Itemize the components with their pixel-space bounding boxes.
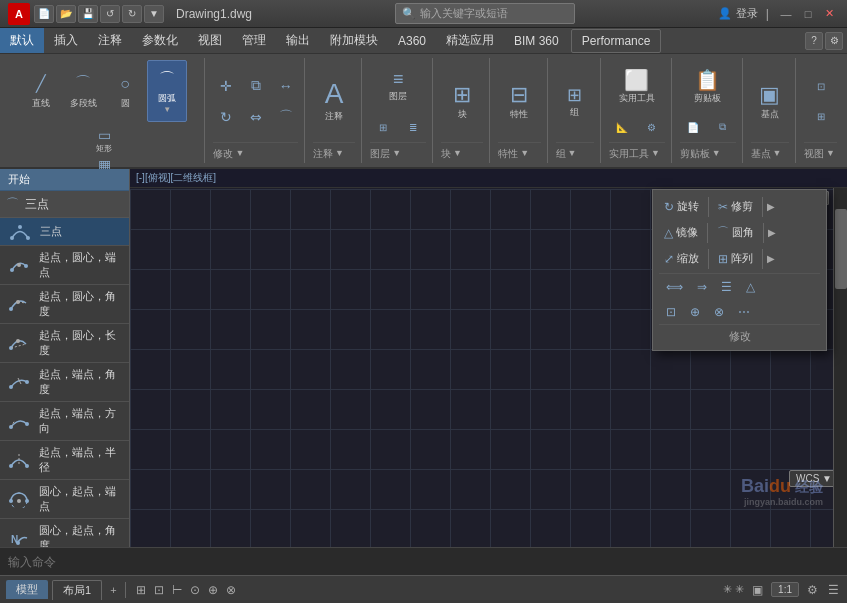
layer-list-tool[interactable]: ≣ <box>399 113 427 141</box>
more-icon[interactable]: ▼ <box>144 5 164 23</box>
move-btn[interactable]: ⇒ <box>692 277 712 297</box>
layer-prop-tool[interactable]: ⊞ <box>369 113 397 141</box>
arc-item-8[interactable]: N 圆心，起点，角度 <box>0 519 129 547</box>
save-file-icon[interactable]: 💾 <box>78 5 98 23</box>
arc-item-7[interactable]: 圆心，起点，端点 <box>0 480 129 519</box>
sidebar-start-header[interactable]: 开始 <box>0 169 129 191</box>
utilities-tool[interactable]: ⬜ 实用工具 <box>612 61 662 111</box>
break-btn[interactable]: ⊗ <box>709 302 729 322</box>
mirror-tool[interactable]: ⇔ <box>242 103 270 131</box>
arc-item-3[interactable]: 起点，圆心，长度 <box>0 324 129 363</box>
search-bar[interactable]: 🔍 输入关键字或短语 <box>395 3 575 24</box>
mirror-btn[interactable]: △ 镜像 <box>659 222 703 243</box>
array-btn[interactable]: ⊞ 阵列 <box>713 248 758 269</box>
statusbar-settings-icon[interactable]: ☰ <box>826 583 841 597</box>
workspace-icon[interactable]: ⚙ <box>805 583 820 597</box>
arc-item-0[interactable]: 三点 <box>0 218 129 246</box>
menu-manage[interactable]: 管理 <box>232 28 276 53</box>
ortho-icon[interactable]: ⊢ <box>170 583 184 597</box>
rotate-btn[interactable]: ↻ 旋转 <box>659 196 704 217</box>
layout-tab[interactable]: 布局1 <box>52 580 102 600</box>
calc-tool[interactable]: ⚙ <box>638 113 666 141</box>
scale-display[interactable]: 1:1 <box>771 582 799 597</box>
menu-annotate[interactable]: 注释 <box>88 28 132 53</box>
rotate-tool[interactable]: ↻ <box>212 103 240 131</box>
properties-tool[interactable]: ⊟ 特性 <box>497 71 541 131</box>
add-layout-icon[interactable]: + <box>110 584 116 596</box>
polar-icon[interactable]: ⊙ <box>188 583 202 597</box>
explode-btn[interactable]: ☰ <box>716 277 737 297</box>
redo-icon[interactable]: ↻ <box>122 5 142 23</box>
text-tool[interactable]: A 注释 <box>312 71 356 131</box>
menu-featured[interactable]: 精选应用 <box>436 28 504 53</box>
layer-tool[interactable]: ≡ 图层 <box>373 61 423 111</box>
trim-more-icon[interactable]: ▶ <box>767 201 775 212</box>
menu-parametric[interactable]: 参数化 <box>132 28 188 53</box>
line-tool[interactable]: ╱ 直线 <box>21 60 61 122</box>
undo-icon[interactable]: ↺ <box>100 5 120 23</box>
stretch-tool[interactable]: ↔ <box>272 72 300 100</box>
trim-btn[interactable]: ✂ 修剪 <box>713 196 758 217</box>
rect-tool[interactable]: ▭矩形 <box>90 126 118 154</box>
arc-item-5[interactable]: 起点，端点，方向 <box>0 402 129 441</box>
menu-output[interactable]: 输出 <box>276 28 320 53</box>
more-tools-btn[interactable]: ⋯ <box>733 302 755 322</box>
circle-tool[interactable]: ○ 圆 <box>105 60 145 122</box>
arc-dropdown-header[interactable]: ⌒ 三点 <box>0 191 129 218</box>
modify-expand-icon[interactable]: ▼ <box>235 148 244 158</box>
delete-btn[interactable]: ⊡ <box>661 302 681 322</box>
menu-addons[interactable]: 附加模块 <box>320 28 388 53</box>
offset-btn[interactable]: ⟺ <box>661 277 688 297</box>
arc-item-4[interactable]: 起点，端点，角度 <box>0 363 129 402</box>
scale-btn[interactable]: ⤢ 缩放 <box>659 248 704 269</box>
otrack-icon[interactable]: ⊗ <box>224 583 238 597</box>
fillet-more-icon[interactable]: ▶ <box>768 227 776 238</box>
arc-tool[interactable]: ⌒ 圆弧 ▼ <box>147 60 187 122</box>
open-file-icon[interactable]: 📂 <box>56 5 76 23</box>
block-tool[interactable]: ⊞ 块 <box>440 71 484 131</box>
polyline-tool[interactable]: ⌒ 多段线 <box>63 60 103 122</box>
copy2-tool[interactable]: ⧉ <box>709 113 737 141</box>
join-btn[interactable]: ⊕ <box>685 302 705 322</box>
menu-view[interactable]: 视图 <box>188 28 232 53</box>
model-tab[interactable]: 模型 <box>6 580 48 599</box>
maximize-button[interactable]: □ <box>799 5 817 23</box>
fillet-btn[interactable]: ⌒ 圆角 <box>712 221 759 244</box>
array-more-icon[interactable]: ▶ <box>767 253 775 264</box>
basepoint-tool[interactable]: ▣ 基点 <box>750 71 790 131</box>
fillet-tool[interactable]: ⌒ <box>272 103 300 131</box>
measure-tool[interactable]: 📐 <box>608 113 636 141</box>
snap-status-icon[interactable]: ⊡ <box>152 583 166 597</box>
app-logo[interactable]: A <box>8 3 30 25</box>
scrollbar-vertical[interactable] <box>833 169 847 547</box>
view-tool1[interactable]: ⊡ <box>807 72 835 100</box>
menu-insert[interactable]: 插入 <box>44 28 88 53</box>
menu-bim360[interactable]: BIM 360 <box>504 30 569 52</box>
user-icon[interactable]: 👤 <box>718 7 732 20</box>
new-file-icon[interactable]: 📄 <box>34 5 54 23</box>
menu-a360[interactable]: A360 <box>388 30 436 52</box>
filename: Drawing1.dwg <box>176 7 252 21</box>
arc-item-1[interactable]: 起点，圆心，端点 <box>0 246 129 285</box>
paste-tool[interactable]: 📄 <box>679 113 707 141</box>
copy-tool[interactable]: ⧉ <box>242 72 270 100</box>
grid-status-icon[interactable]: ⊞ <box>134 583 148 597</box>
align-btn[interactable]: △ <box>741 277 760 297</box>
help-icon[interactable]: ? <box>805 32 823 50</box>
menu-settings-icon[interactable]: ⚙ <box>825 32 843 50</box>
osnap-icon[interactable]: ⊕ <box>206 583 220 597</box>
annotation-scale-icon[interactable]: ▣ <box>750 583 765 597</box>
menu-performance[interactable]: Performance <box>571 29 662 53</box>
arc-item-2[interactable]: 起点，圆心，角度 <box>0 285 129 324</box>
clipboard-tool[interactable]: 📋 剪贴板 <box>683 61 733 111</box>
login-label[interactable]: 登录 <box>736 6 758 21</box>
move-tool[interactable]: ✛ <box>212 72 240 100</box>
close-button[interactable]: ✕ <box>821 5 839 23</box>
command-input[interactable] <box>8 555 839 569</box>
scrollbar-thumb[interactable] <box>835 209 847 289</box>
group-tool[interactable]: ⊞ 组 <box>555 71 595 131</box>
arc-item-6[interactable]: 起点，端点，半径 <box>0 441 129 480</box>
menu-default[interactable]: 默认 <box>0 28 44 53</box>
view-tool2[interactable]: ⊞ <box>807 102 835 130</box>
minimize-button[interactable]: — <box>777 5 795 23</box>
